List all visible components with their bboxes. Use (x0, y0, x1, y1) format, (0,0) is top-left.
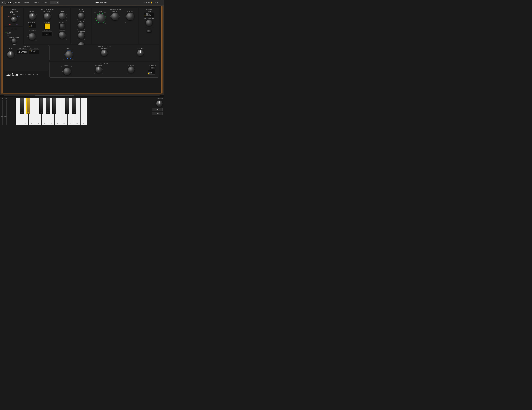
tab-output[interactable]: OUTPUT (41, 1, 49, 4)
osc2-phase-knob[interactable] (28, 33, 36, 40)
hard-sync-button[interactable] (44, 23, 50, 29)
logo-text: M (2, 2, 3, 3)
nav-forward-button[interactable]: > (53, 1, 56, 4)
nav-back-button[interactable]: < (50, 1, 53, 4)
tab-synth1[interactable]: SYNTH 1 (5, 1, 13, 4)
tab-cntrl2[interactable]: CNTRL 2 (32, 1, 40, 4)
osc2-detune-knob[interactable] (44, 13, 51, 20)
order-hpf-noise[interactable]: HPF NOISE (145, 15, 153, 16)
help-icon[interactable]: ? (160, 1, 161, 3)
filter-mode-high[interactable]: HIGH (148, 71, 155, 72)
legato-legato[interactable]: LEGATO (6, 33, 22, 34)
sigma-icon[interactable]: Σ (162, 1, 163, 3)
mod-wheel[interactable] (6, 100, 7, 125)
legato-retrig[interactable]: RE-TRIG (6, 32, 22, 33)
sub-cutoff-knob[interactable] (63, 67, 71, 75)
freq-offset-selector[interactable]: -1 OCTAVE -1 LINKED -2 OCTAVE (29, 49, 39, 54)
redo-icon[interactable]: ↪ (148, 1, 150, 3)
settings-icon[interactable]: ⚙ (157, 1, 159, 3)
hold-button[interactable]: Hold (152, 108, 163, 111)
lpf-eg-knob[interactable] (126, 12, 134, 20)
order-serial-dot (145, 13, 145, 14)
filter-mode-band[interactable]: BAND (148, 72, 155, 73)
sub-eg-knob[interactable] (128, 66, 134, 73)
cv-button[interactable]: CV (154, 2, 156, 3)
order-serial[interactable]: SERIAL (145, 13, 153, 14)
hpf-knobs: CUTOFF 280 1.2K 69 16 (51, 48, 158, 60)
hpf-resonance-knob[interactable] (101, 49, 108, 56)
sub-waveshape-display (17, 49, 28, 54)
key-ds2[interactable]: D#2 (72, 98, 76, 114)
legato-add[interactable]: ADD (6, 35, 22, 36)
key-reset-button[interactable] (59, 23, 65, 29)
correction-knob[interactable] (156, 100, 163, 107)
sub-phase-knob[interactable] (7, 51, 14, 58)
order-selector[interactable]: SERIAL PARALLEL HPF NOISE (144, 12, 154, 17)
octave-plus1[interactable]: +1 (30, 25, 35, 26)
order-parallel[interactable]: PARALLEL (145, 14, 153, 15)
filter-mode-selector[interactable]: HIGH BAND LOW (148, 70, 155, 75)
octave-plus2[interactable]: +2 (30, 24, 35, 25)
glide-knob[interactable] (58, 12, 66, 20)
hpf-eg-label: EG AMOUNT (137, 48, 143, 49)
bell-icon[interactable]: 🔔 (150, 1, 153, 3)
key-f2[interactable]: F2 (81, 98, 87, 125)
key-cs1[interactable]: C#1 (20, 98, 24, 114)
frequency-scale-row: -1 -4 -7 1 -4 (28, 12, 37, 20)
tab-synth2[interactable]: SYNTH 2 (23, 1, 31, 4)
noise-level-knob[interactable] (78, 32, 85, 39)
scale-button[interactable]: Scale (152, 112, 163, 115)
mod-wheel-thumb[interactable] (4, 116, 7, 117)
octave-zero[interactable]: +0 (30, 26, 35, 27)
frequency-label: FREQUENCY (29, 11, 36, 12)
frequency-knob[interactable] (29, 13, 36, 20)
nav-menu-button[interactable]: ≡ (56, 1, 59, 4)
scroll-track[interactable] (4, 95, 160, 96)
undo-icon[interactable]: ↩ (146, 1, 147, 3)
freq-offset-1oct-dot (30, 50, 30, 51)
freq-offset-linked-dot (30, 51, 30, 52)
filter-mode-toggle[interactable] (150, 67, 155, 69)
tab-cntrl1[interactable]: CNTRL 1 (14, 1, 22, 4)
osc2-level-knob[interactable] (78, 22, 85, 29)
sub-resonance-area: RESONANCE 4 8 0 10 (83, 65, 114, 76)
key-cs2[interactable]: C#2 (65, 98, 69, 114)
hpf-cutoff-value: 69 (64, 54, 65, 55)
key-as1[interactable]: A#1 (52, 98, 56, 114)
freq-offset-linked[interactable]: -1 LINKED (30, 51, 38, 52)
waveshape-label: WAVESHAPE (44, 30, 51, 31)
osc-crossover-knob[interactable] (146, 19, 152, 26)
key-ds1-pressed[interactable]: D#1 (26, 98, 30, 114)
hpf-cutoff-label: CUTOFF (66, 48, 70, 49)
key-fs1[interactable]: F#1 (39, 98, 43, 114)
hpf-cutoff-knob[interactable] (65, 51, 73, 58)
noise-color-label: NOISE COLOR WHITE (10, 11, 18, 13)
freq-offset-1oct[interactable]: -1 OCTAVE (30, 50, 38, 51)
duty-cycle-knob[interactable] (58, 31, 66, 39)
spread-knob[interactable] (11, 38, 17, 43)
osc2-octave-selector[interactable]: +2 +1 +0 (29, 23, 36, 28)
pitch-wheel[interactable] (2, 100, 3, 125)
sub-waveshape-tri-icon (21, 50, 24, 53)
on-off-toggle[interactable] (147, 30, 152, 32)
keyboard-scrollbar[interactable] (0, 95, 164, 97)
app-logo[interactable]: M (1, 1, 5, 4)
key-gs1[interactable]: G#1 (46, 98, 50, 114)
octave-zero-dot (30, 26, 30, 27)
order-label: ORDER (140, 11, 158, 12)
osc1-level-knob[interactable] (78, 12, 85, 19)
voicing-title: VOICING (6, 28, 22, 30)
lpf-eg-area: EG AMOUNT -1 1 -5 -5 -10 (123, 11, 137, 24)
lpf-cutoff-knob[interactable] (96, 13, 105, 23)
pitch-wheel-thumb[interactable] (1, 116, 3, 117)
lpf-resonance-knob[interactable] (111, 12, 119, 20)
hpf-eg-knob[interactable] (137, 49, 144, 56)
sub-resonance-knob[interactable] (95, 66, 102, 73)
keyboard-right-controls: Correction Hold Scale (138, 97, 164, 126)
star-icon[interactable]: ☆ (143, 1, 145, 4)
freq-offset-2oct[interactable]: -2 OCTAVE (30, 52, 38, 54)
preset-name: Deep Blue S+H (60, 1, 142, 3)
filter-mode-low[interactable]: LOW (148, 73, 155, 74)
noise-color-knob[interactable] (11, 16, 17, 22)
scroll-thumb[interactable] (35, 95, 74, 96)
